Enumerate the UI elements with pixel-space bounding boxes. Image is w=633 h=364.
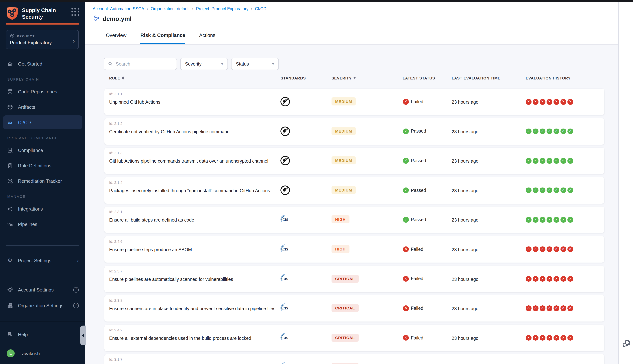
severity-badge: CRITICAL	[332, 334, 359, 342]
info-icon[interactable]: i	[73, 303, 79, 308]
sidebar-item-compliance[interactable]: Compliance	[0, 143, 85, 157]
sidebar-item-integrations[interactable]: Integrations	[0, 202, 85, 216]
breadcrumb-link-3[interactable]: CI/CD	[255, 6, 266, 11]
status-failed-icon: ✕	[403, 276, 409, 282]
cis-standard-icon: CIS	[280, 303, 290, 315]
breadcrumb-link-0[interactable]: Account: Automation-SSCA	[93, 6, 144, 11]
status-passed-icon: ✓	[540, 158, 545, 164]
status-passed-icon: ✓	[540, 188, 545, 193]
status-label: Passed	[411, 158, 426, 163]
status-failed-icon: ✕	[540, 306, 545, 311]
table-row[interactable]: Id: 3.1.7 CIS CRITICAL ✕Failed 23 hours …	[104, 354, 604, 364]
doc-search-icon	[6, 147, 13, 154]
status-filter-dropdown[interactable]: Status ▾	[231, 58, 279, 70]
table-row[interactable]: Id: 2.1.4 Packages insecurely installed …	[104, 177, 604, 204]
sidebar-item-get-started[interactable]: Get Started	[0, 57, 85, 71]
app-title: Supply Chain Security	[22, 7, 72, 20]
table-row[interactable]: Id: 2.3.7 Ensure pipelines are automatic…	[104, 266, 604, 292]
sidebar-item-label: CI/CD	[18, 120, 31, 125]
status-failed-icon: ✕	[533, 246, 538, 252]
status-failed-icon: ✕	[554, 306, 559, 311]
column-header-last-evaluation-time[interactable]: LAST EVALUATION TIME	[452, 76, 500, 80]
latest-status: ✓Passed	[403, 128, 426, 134]
standard-cell: CIS	[276, 214, 294, 226]
status-passed-icon: ✓	[568, 188, 573, 193]
avatar: L	[6, 349, 15, 358]
sidebar-divider	[6, 276, 79, 276]
tab-actions[interactable]: Actions	[199, 26, 216, 44]
project-selector[interactable]: PROJECT Product Exploratory ›	[6, 30, 79, 49]
status-label: Failed	[411, 335, 423, 340]
rule-name: Packages insecurely installed through “n…	[109, 188, 275, 193]
status-passed-icon: ✓	[403, 217, 409, 223]
status-passed-icon: ✓	[526, 217, 531, 223]
status-passed-icon: ✓	[546, 128, 552, 134]
owasp-standard-icon	[280, 155, 290, 167]
breadcrumb-separator: ›	[147, 6, 148, 11]
sort-icon[interactable]	[122, 76, 124, 80]
last-evaluation-time: 23 hours ago	[452, 336, 478, 341]
column-header-rule[interactable]: RULE	[109, 76, 124, 80]
status-passed-icon: ✓	[560, 188, 566, 193]
table-row[interactable]: Id: 2.3.1 Ensure all build steps are def…	[104, 207, 604, 233]
column-header-standards[interactable]: STANDARDS	[280, 76, 306, 80]
table-row[interactable]: Id: 2.4.6 Ensure pipeline steps produce …	[104, 236, 604, 262]
window-top-edge	[0, 0, 633, 2]
status-passed-icon: ✓	[526, 128, 531, 134]
standard-cell: CIS	[276, 244, 294, 256]
table-row[interactable]: Id: 2.1.3 GitHub Actions pipeline comman…	[104, 148, 604, 174]
status-failed-icon: ✕	[540, 246, 545, 252]
column-header-latest-status[interactable]: LATEST STATUS	[402, 76, 435, 80]
severity-filter-dropdown[interactable]: Severity ▾	[180, 58, 228, 70]
user-menu[interactable]: L Lavakush	[0, 346, 85, 360]
status-passed-icon: ✓	[540, 217, 545, 223]
integrations-icon	[6, 206, 13, 212]
column-header-evaluation-history[interactable]: EVALUATION HISTORY	[526, 76, 571, 80]
table-row[interactable]: Id: 2.3.8 Ensure scanners are in place t…	[104, 295, 604, 322]
severity-badge: MEDIUM	[332, 156, 356, 164]
rule-name: Ensure pipeline steps produce an SBOM	[109, 247, 192, 252]
info-icon[interactable]: i	[73, 287, 79, 292]
column-header-severity[interactable]: SEVERITY	[332, 76, 356, 80]
rule-name: Certificate not verified by GitHub Actio…	[109, 129, 230, 134]
sidebar-item-code-repositories[interactable]: </>Code Repositories	[0, 84, 85, 98]
breadcrumb-link-2[interactable]: Project: Product Exploratory	[196, 6, 248, 11]
status-failed-icon: ✕	[568, 246, 573, 252]
chat-bubbles-icon[interactable]	[622, 339, 631, 348]
app-switcher-grid-icon[interactable]	[72, 8, 80, 16]
sort-desc-icon[interactable]	[354, 77, 356, 79]
sidebar-collapse-handle[interactable]	[80, 326, 86, 345]
latest-status: ✕Failed	[403, 276, 423, 282]
status-passed-icon: ✓	[403, 128, 409, 134]
sidebar: Supply Chain Security PROJECT Product Ex…	[0, 0, 85, 364]
breadcrumb-link-1[interactable]: Organization: default	[151, 6, 190, 11]
status-failed-icon: ✕	[526, 306, 531, 311]
sidebar-item-account-settings[interactable]: Account Settings i	[0, 283, 85, 296]
help-button[interactable]: ? Help	[0, 328, 85, 341]
status-passed-icon: ✓	[568, 158, 573, 164]
table-row[interactable]: Id: 2.1.2 Certificate not verified by Gi…	[104, 118, 604, 144]
box-wrench-icon	[6, 178, 13, 184]
sidebar-item-organization-settings[interactable]: Organization Settings i	[0, 298, 85, 312]
sidebar-item-artifacts[interactable]: Artifacts	[0, 100, 85, 114]
sidebar-item-pipelines[interactable]: Pipelines	[0, 217, 85, 231]
status-failed-icon: ✕	[546, 99, 552, 104]
help-chat-icon: ?	[6, 331, 13, 338]
table-row[interactable]: Id: 2.4.2 Ensure all external dependenci…	[104, 325, 604, 351]
sidebar-divider	[6, 245, 79, 246]
sidebar-item-remediation-tracker[interactable]: Remediation Tracker	[0, 174, 85, 188]
sidebar-item-label: Artifacts	[18, 104, 35, 110]
tab-risk-and-compliance[interactable]: Risk & Compliance	[140, 26, 185, 44]
status-label: Failed	[411, 306, 423, 311]
search-input[interactable]	[116, 61, 171, 66]
tab-overview[interactable]: Overview	[106, 26, 126, 44]
sidebar-item-project-settings[interactable]: ⚙ Project Settings ›	[0, 254, 85, 267]
severity-badge: MEDIUM	[332, 127, 356, 135]
table-row[interactable]: Id: 2.1.1 Unpinned GitHub Actions MEDIUM…	[104, 88, 604, 115]
sidebar-item-rule-definitions[interactable]: Rule Definitions	[0, 158, 85, 172]
status-passed-icon: ✓	[403, 188, 409, 193]
repo-icon: </>	[6, 88, 13, 95]
sidebar-item-ci-cd[interactable]: ∞CI/CD	[3, 115, 82, 129]
last-evaluation-time: 23 hours ago	[452, 158, 478, 164]
status-failed-icon: ✕	[533, 99, 538, 104]
